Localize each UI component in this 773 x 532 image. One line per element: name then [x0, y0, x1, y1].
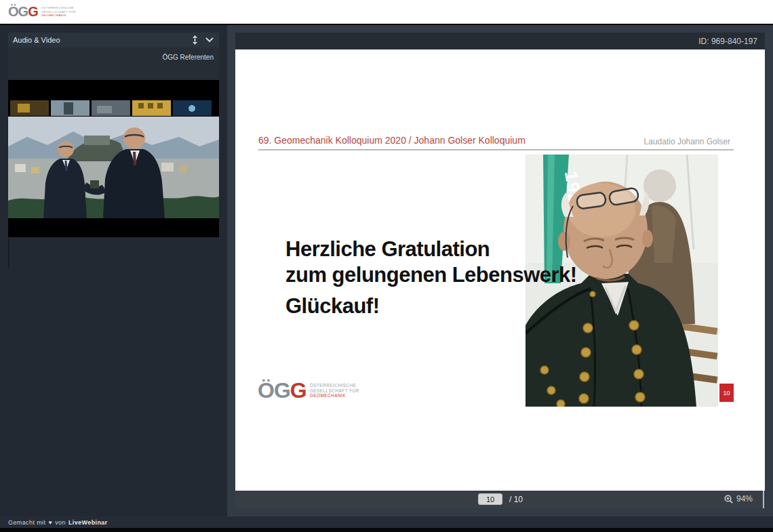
- slide-closing-text: Glückauf!: [285, 294, 379, 319]
- ogg-logo: ÖGG ÖSTERREICHISCHE GESELLSCHAFT FÜR GEO…: [8, 5, 76, 18]
- panel-collapse-chevron-icon[interactable]: [202, 35, 217, 45]
- viewer-scrollbar-thumb[interactable]: [763, 491, 764, 508]
- slide-ogg-text: ÖSTERREICHISCHE GESELLSCHAFT FÜR GEOMECH…: [310, 383, 359, 398]
- bottom-edge: [0, 528, 773, 532]
- presentation-slide: 69. Geomechanik Kolloquium 2020 / Johann…: [235, 49, 765, 491]
- camera-name-label: ÖGG Referenten: [162, 54, 214, 61]
- session-id-bar: ID: 969-840-197: [235, 33, 765, 49]
- slide-divider: [258, 149, 734, 150]
- session-id: ID: 969-840-197: [698, 37, 765, 46]
- panel-drag-icon[interactable]: [187, 35, 202, 45]
- video-still-graphic: [8, 99, 219, 218]
- heart-icon: ♥: [48, 519, 52, 526]
- audio-video-panel-header: Audio & Video: [8, 33, 219, 47]
- ogg-logo-letters: ÖGG: [8, 5, 38, 18]
- camera-header-strip: ÖGG Referenten: [8, 47, 219, 80]
- zoom-level-label: 94%: [736, 494, 753, 504]
- viewer-toolbar: / 10 94%: [235, 491, 762, 508]
- page-total-label: / 10: [509, 495, 523, 504]
- slide-title: 69. Geomechanik Kolloquium 2020 / Johann…: [258, 135, 526, 146]
- slide-body-text: Herzliche Gratulation zum gelungenen Leb…: [285, 237, 577, 288]
- footer-credit: Gemacht mit ♥ von LiveWebinar: [0, 519, 108, 526]
- page-number-input[interactable]: [478, 493, 502, 505]
- slide-subtitle: Laudatio Johann Golser: [644, 137, 730, 146]
- webcam-video[interactable]: [8, 80, 219, 237]
- ogg-logo-text: ÖSTERREICHISCHE GESELLSCHAFT FÜR GEOMECH…: [41, 6, 76, 18]
- slide-ogg-logo: ÖGG ÖSTERREICHISCHE GESELLSCHAFT FÜR GEO…: [258, 380, 359, 401]
- zoom-in-icon: [724, 495, 733, 504]
- slide-number-badge: 10: [719, 384, 734, 402]
- audio-video-panel-title: Audio & Video: [8, 36, 187, 44]
- top-brand-bar: ÖGG ÖSTERREICHISCHE GESELLSCHAFT FÜR GEO…: [0, 0, 773, 24]
- zoom-control[interactable]: 94%: [724, 494, 753, 504]
- panel-resize-line: [8, 239, 9, 268]
- livewebinar-brand-link[interactable]: LiveWebinar: [68, 519, 108, 526]
- footer-bar: Gemacht mit ♥ von LiveWebinar: [0, 516, 773, 528]
- slide-ogg-letters: ÖGG: [258, 380, 306, 401]
